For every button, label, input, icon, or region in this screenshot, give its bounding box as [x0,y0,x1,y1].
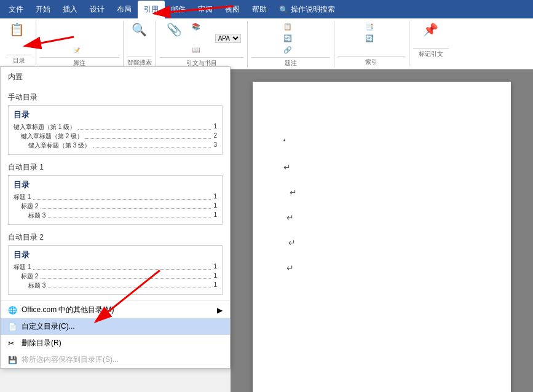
update-index-btn[interactable]: 🔄 更新索引 [363,33,405,44]
ribbon-group-toc-auth: 📌 标记引文 标记引文 [409,21,452,58]
tab-home[interactable]: 开始 [30,1,57,18]
tab-insert[interactable]: 插入 [57,1,84,18]
tab-layout[interactable]: 布局 [111,1,138,18]
auto-toc1-preview[interactable]: 目录 标题 11 标题 21 标题 31 [8,175,223,225]
insert-citation-btn[interactable]: 📎 插入引文 [160,21,189,47]
smart-group-inner: 🔍 智能搜索 [127,21,152,55]
doc-symbol-5: ↵ [283,238,492,248]
doc-content: • ↵ ↵ ↵ ↵ ↵ [283,137,492,273]
office-toc-icon: 🌐 [8,306,18,315]
toc-auth-group-label: 标记引文 [413,48,449,58]
document-area: • ↵ ↵ ↵ ↵ ↵ [231,69,533,392]
ribbon-body: 📋 目录 ▼ 目录 AB¹ 插入脚注 AB¹插入尾注 [0,18,533,69]
cross-reference-btn[interactable]: 🔗 交叉引用 [281,44,330,56]
tab-mailings[interactable]: 邮件 [165,1,192,18]
smart-group-label: 智能搜索 [127,57,152,67]
toc-auth-group-inner: 📌 标记引文 [416,21,446,47]
ribbon-group-caption: 🖼 插入题注 📋 插入表目录 🔄 更新表格 🔗 交叉引用 题注 [248,21,334,68]
tab-design[interactable]: 设计 [84,1,111,18]
next-footnote-btn[interactable]: ↓下一条脚注 ▾ [71,33,119,44]
save-toc-icon: 💾 [8,356,18,364]
toc-group-label: 目录 [6,55,32,65]
tab-references[interactable]: 引用 [138,1,165,18]
style-selector[interactable]: ✎ 样式: APA [189,33,243,44]
doc-symbol-2: ↵ [283,162,492,172]
menu-item-office-toc[interactable]: 🌐 Office.com 中的其他目录(M) ▶ [1,302,230,318]
index-col: 📑 插入索引 🔄 更新索引 [363,21,405,44]
style-select[interactable]: APA [215,34,241,43]
doc-symbol-1: • [283,137,492,144]
ribbon-group-toc: 📋 目录 ▼ 目录 [2,21,36,65]
toc-dropdown: 内置 手动目录 目录 键入章标题（第 1 级）1 键入章标题（第 2 级）2 键… [0,66,231,369]
arrow-icon: ▶ [217,306,223,315]
doc-symbol-3: ↵ [283,187,492,197]
auto-toc1-header: 自动目录 1 [1,160,230,175]
update-table-btn[interactable]: 🔄 更新表格 [281,33,330,44]
remove-toc-icon: ✂ [8,339,18,348]
tab-help[interactable]: 帮助 [246,1,273,18]
tab-view[interactable]: 视图 [219,1,246,18]
ribbon-group-smart: 🔍 智能搜索 智能搜索 [124,21,156,67]
auto2-entry-3: 标题 31 [14,281,217,290]
caption-col: 📋 插入表目录 🔄 更新表格 🔗 交叉引用 [281,21,330,56]
tab-review[interactable]: 审阅 [192,1,219,18]
save-toc-label: 将所选内容保存到目录库(S)... [22,355,119,365]
remove-toc-label: 删除目录(R) [22,338,61,348]
tab-search[interactable]: 🔍操作说明搜索 [273,1,341,18]
menu-item-remove-toc[interactable]: ✂ 删除目录(R) [1,335,230,351]
custom-toc-label: 自定义目录(C)... [22,321,75,332]
bibliography-btn[interactable]: 📖 书目 ▾ [189,44,243,56]
footnote-group-inner: AB¹ 插入脚注 AB¹插入尾注 ↓下一条脚注 ▾ 📝显示备注 [40,21,119,56]
caption-group-inner: 🖼 插入题注 📋 插入表目录 🔄 更新表格 🔗 交叉引用 [251,21,330,56]
caption-group-label: 题注 [251,57,330,68]
ribbon-group-citation: 📎 插入引文 📚 管理源 ✎ 样式: APA 📖 书目 ▾ 引文与书目 [156,21,248,68]
insert-index-btn[interactable]: 📑 插入索引 [363,21,405,33]
index-group-label: 索引 [338,56,405,66]
mark-entry-btn[interactable]: 🏷 标记条目 [338,21,363,55]
doc-symbol-6: ↵ [283,263,492,273]
toc-entry-3: 键入章标题（第 3 级）3 [14,141,217,150]
insert-footnote-btn[interactable]: AB¹ 插入脚注 [40,21,71,46]
dropdown-section-builtin: 内置 [1,67,230,88]
manage-source-btn[interactable]: 📚 管理源 [189,21,243,33]
show-notes-btn[interactable]: 📝显示备注 [71,44,119,56]
auto-toc2-preview[interactable]: 目录 标题 11 标题 21 标题 31 [8,245,223,295]
manual-toc-header: 手动目录 [1,90,230,105]
ribbon: 文件 开始 插入 设计 布局 引用 邮件 审阅 视图 帮助 🔍操作说明搜索 📋 … [0,0,533,69]
citation-group-inner: 📎 插入引文 📚 管理源 ✎ 样式: APA 📖 书目 ▾ [160,21,243,56]
tab-file[interactable]: 文件 [2,1,30,18]
citation-col: 📚 管理源 ✎ 样式: APA 📖 书目 ▾ [189,21,243,56]
builtin-section-title: 内置 [8,72,223,82]
smart-search-btn[interactable]: 🔍 智能搜索 [127,21,152,55]
insert-endnote-btn[interactable]: AB¹插入尾注 [71,21,119,33]
auto-toc2-title: 目录 [14,249,217,261]
toc-group-inner: 📋 目录 ▼ [7,21,31,53]
mark-citation-btn[interactable]: 📌 标记引文 [416,21,446,47]
doc-symbol-4: ↵ [283,213,492,222]
menu-item-custom-toc[interactable]: 📄 自定义目录(C)... [1,318,230,335]
auto-toc2-header: 自动目录 2 [1,230,230,245]
custom-toc-icon: 📄 [8,323,18,331]
ribbon-tab-bar: 文件 开始 插入 设计 布局 引用 邮件 审阅 视图 帮助 🔍操作说明搜索 [0,0,533,18]
auto-toc1-title: 目录 [14,179,217,190]
toc-button[interactable]: 📋 目录 ▼ [7,21,31,53]
auto1-entry-3: 标题 31 [14,211,217,220]
insert-table-of-figures-btn[interactable]: 📋 插入表目录 [281,21,330,33]
index-group-inner: 🏷 标记条目 📑 插入索引 🔄 更新索引 [338,21,405,55]
menu-item-save-toc[interactable]: 💾 将所选内容保存到目录库(S)... [1,351,230,368]
menu-divider-1 [1,300,230,300]
footnote-col: AB¹插入尾注 ↓下一条脚注 ▾ 📝显示备注 [71,21,119,56]
document-page: • ↵ ↵ ↵ ↵ ↵ [253,82,511,392]
manual-toc-preview[interactable]: 目录 键入章标题（第 1 级）1 键入章标题（第 2 级）2 键入章标题（第 3… [8,105,223,155]
ribbon-group-index: 🏷 标记条目 📑 插入索引 🔄 更新索引 索引 [334,21,409,66]
office-toc-label: Office.com 中的其他目录(M) [22,305,114,315]
manual-toc-title: 目录 [14,109,217,120]
ribbon-group-footnote: AB¹ 插入脚注 AB¹插入尾注 ↓下一条脚注 ▾ 📝显示备注 脚注 [36,21,124,68]
insert-caption-btn[interactable]: 🖼 插入题注 [251,21,281,46]
